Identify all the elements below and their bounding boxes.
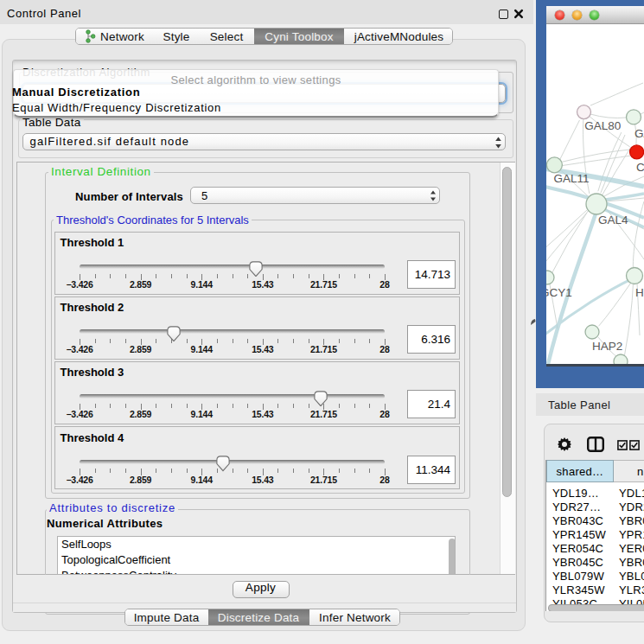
svg-text:GAL11: GAL11	[554, 172, 590, 185]
svg-text:HAP2: HAP2	[592, 340, 622, 353]
svg-text:GAL1: GAL1	[634, 127, 644, 140]
svg-text:CDC1: CDC1	[636, 161, 644, 174]
svg-text:GCY1: GCY1	[546, 286, 572, 299]
svg-text:GAL80: GAL80	[584, 119, 621, 132]
svg-text:GAL4: GAL4	[598, 214, 628, 226]
svg-text:HIS4: HIS4	[635, 286, 644, 299]
